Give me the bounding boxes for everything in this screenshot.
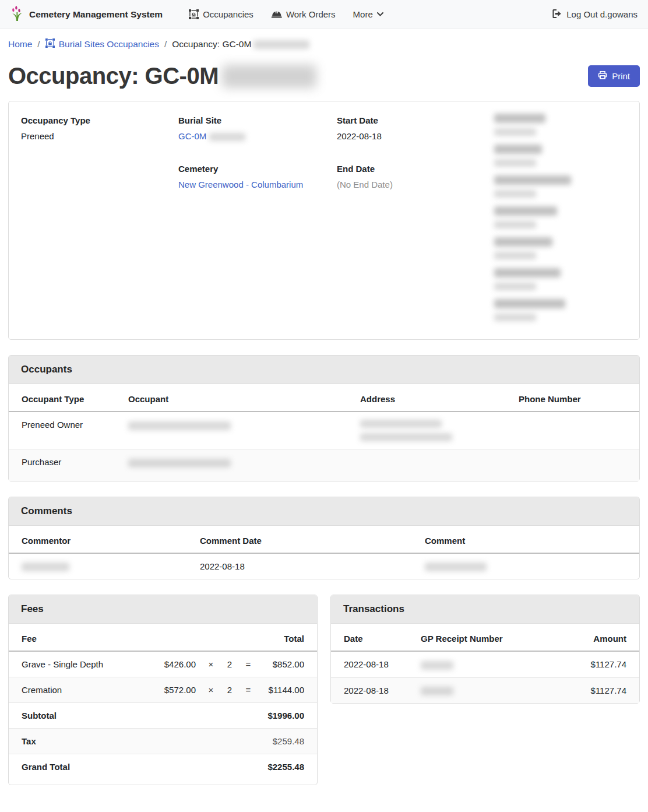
col-fee: Fee [9,624,150,651]
phone-cell [514,412,639,449]
logout-label: Log Out d.gowans [566,9,638,19]
occupants-title: Occupants [9,356,639,384]
subtotal-label: Subtotal [9,703,150,729]
comment-date-cell: 2022-08-18 [195,553,420,579]
transactions-table: Date GP Receipt Number Amount 2022-08-18… [331,624,639,703]
cemetery-field: Cemetery New Greenwood - Columbarium [178,162,337,192]
burial-site-link[interactable]: GC-0M [178,131,206,141]
end-date-label: End Date [337,162,494,176]
transaction-amount: $1127.74 [569,651,639,677]
breadcrumb-separator: / [164,39,167,50]
nav-occupancies-label: Occupancies [203,9,253,19]
transactions-title: Transactions [331,595,639,624]
grand-total-value: $2255.48 [259,754,317,785]
fee-price: $426.00 [150,651,200,677]
fee-name: Grave - Single Depth [9,651,150,677]
fee-equals: = [238,677,259,703]
col-total: Total [259,624,317,651]
comments-table: Commentor Comment Date Comment 2022-08-1… [9,526,639,579]
col-amount: Amount [569,624,639,651]
col-comment-date: Comment Date [195,526,420,553]
start-date-value: 2022-08-18 [337,129,494,143]
address-cell [355,412,514,449]
occupant-cell [124,449,355,481]
fee-times: × [200,677,221,703]
chevron-down-icon [377,12,383,16]
redacted-field [494,114,627,136]
fee-row: Grave - Single Depth $426.00 × 2 = $852.… [9,651,317,677]
address-cell [355,449,514,481]
breadcrumb-separator: / [37,39,40,50]
transaction-date: 2022-08-18 [331,677,416,703]
sign-out-icon [552,9,562,20]
breadcrumb-parent-label: Burial Sites Occupancies [59,39,159,50]
occupancy-type-field: Occupancy Type Preneed [21,114,178,143]
tulips-logo-icon [10,5,24,23]
occupants-table: Occupant Type Occupant Address Phone Num… [9,384,639,481]
fee-price: $572.00 [150,677,200,703]
detail-col-2: Burial Site GC-0M Cemetery New Greenwood… [178,114,337,330]
hard-hat-icon [271,10,282,19]
printer-icon [598,71,607,82]
redacted-field [494,145,627,167]
occupant-type-cell: Purchaser [9,449,124,481]
occupant-cell [124,412,355,449]
tax-label: Tax [9,729,150,754]
cemetery-link[interactable]: New Greenwood - Columbarium [178,180,303,189]
occupancy-type-label: Occupancy Type [21,114,178,128]
redacted-field [494,237,627,259]
table-row: Preneed Owner [9,412,639,449]
occupancy-detail-card: Occupancy Type Preneed Burial Site GC-0M… [8,101,640,340]
col-address: Address [355,384,514,412]
redacted-field [494,175,627,198]
print-button[interactable]: Print [588,65,640,87]
redacted-burial-site-id [209,133,245,141]
comments-card: Comments Commentor Comment Date Comment … [8,497,640,580]
page-header: Occupancy: GC-0M Print [0,63,648,89]
app-title: Cemetery Management System [29,9,163,20]
end-date-field: End Date (No End Date) [337,162,494,192]
fee-equals: = [238,651,259,677]
redacted-field [494,206,627,229]
fee-qty: 2 [221,651,238,677]
breadcrumb-home-link[interactable]: Home [8,39,32,50]
col-gp-receipt-number: GP Receipt Number [416,624,569,651]
nav-item-more[interactable]: More [344,9,392,19]
col-phone-number: Phone Number [514,384,639,412]
nav-item-occupancies[interactable]: Occupancies [180,9,262,19]
tax-value: $259.48 [259,729,317,754]
fee-row: Cremation $572.00 × 2 = $1144.00 [9,677,317,703]
table-row: 2022-08-18 [9,553,639,579]
gp-receipt-cell [416,651,569,677]
transaction-date: 2022-08-18 [331,651,416,677]
grand-total-row: Grand Total $2255.48 [9,754,317,785]
grand-total-label: Grand Total [9,754,150,785]
occupancies-icon [189,9,199,19]
fee-qty: 2 [221,677,238,703]
comments-title: Comments [9,497,639,526]
cemetery-label: Cemetery [178,162,337,176]
page-title: Occupancy: GC-0M [8,63,316,89]
logout-button[interactable]: Log Out d.gowans [552,9,638,20]
burial-site-field: Burial Site GC-0M [178,114,337,143]
start-date-label: Start Date [337,114,494,128]
redacted-occupancy-id [253,40,309,49]
occupancy-type-value: Preneed [21,129,178,143]
print-label: Print [612,71,630,81]
bottom-section: Fees Fee Total Grave - Single Depth $426… [8,595,640,785]
fee-total: $852.00 [259,651,317,677]
transaction-row: 2022-08-18 $1127.74 [331,677,639,703]
occupants-card: Occupants Occupant Type Occupant Address… [8,355,640,481]
nav-more-label: More [353,9,373,19]
redacted-occupancy-id [222,65,316,88]
commentor-cell [9,553,195,579]
col-date: Date [331,624,416,651]
col-occupant: Occupant [124,384,355,412]
nav-item-work-orders[interactable]: Work Orders [262,9,344,19]
detail-col-4-redacted [494,114,627,330]
breadcrumb-occupancies-link[interactable]: Burial Sites Occupancies [45,38,159,50]
col-occupant-type: Occupant Type [9,384,124,412]
fees-table: Fee Total Grave - Single Depth $426.00 ×… [9,624,317,785]
col-comment: Comment [420,526,639,553]
fee-times: × [200,651,221,677]
